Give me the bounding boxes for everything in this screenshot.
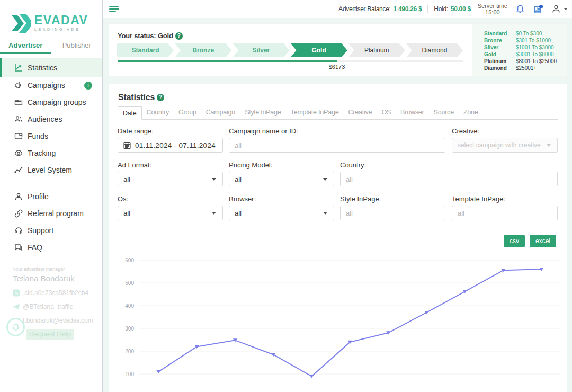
- telegram-handle: @BTetiana_traffic: [23, 303, 73, 310]
- date-range-label: Date range:: [118, 127, 154, 135]
- sidebar-item-label: Support: [28, 226, 53, 235]
- sidebar-item-campaigns[interactable]: Campaigns +: [0, 77, 102, 94]
- tracking-icon: [14, 149, 23, 157]
- sidebar-menu-secondary: Profile Referral program Support FAQ: [0, 188, 102, 256]
- campaign-label: Campaign name or ID:: [229, 127, 298, 135]
- bell-icon: [515, 4, 525, 14]
- date-range-input[interactable]: 01.11.2024 - 07.11.2024: [118, 138, 223, 153]
- sidebar-item-tracking[interactable]: Tracking: [0, 145, 102, 162]
- sidebar-item-funds[interactable]: Funds: [0, 128, 102, 145]
- status-help-icon[interactable]: ?: [175, 32, 183, 40]
- pricing-model-caret-icon: [323, 178, 327, 181]
- manager-email[interactable]: t.bondaruk@evadav.com: [13, 317, 97, 324]
- svg-text:200: 200: [125, 349, 134, 354]
- sidebar-item-profile[interactable]: Profile: [0, 188, 102, 205]
- status-progress-fill: [118, 60, 337, 62]
- style-inpage-input[interactable]: all: [340, 206, 445, 220]
- legend-range: $25001+: [516, 65, 537, 71]
- campaigns-icon: [14, 81, 23, 90]
- logo-subtext: LEADING ADS: [34, 28, 88, 31]
- country-input[interactable]: all: [340, 172, 558, 186]
- svg-text:400: 400: [125, 303, 134, 309]
- pricing-model-select[interactable]: all: [229, 172, 334, 186]
- level-system-icon: [14, 166, 23, 174]
- pricing-model-label: Pricing Model:: [229, 161, 272, 169]
- tab-group[interactable]: Group: [174, 106, 201, 119]
- request-help-button[interactable]: Request Help: [26, 329, 74, 340]
- topbar-divider: [427, 5, 428, 13]
- browser-select[interactable]: all: [229, 206, 334, 220]
- statistics-title: Statistics?: [118, 93, 164, 102]
- os-caret-icon: [212, 212, 216, 215]
- sidebar-item-support[interactable]: Support: [0, 222, 102, 239]
- status-legend: Standard$0 To $300 Bronze$301 To $1000 S…: [472, 24, 567, 76]
- os-select[interactable]: all: [118, 206, 223, 220]
- svg-text:600: 600: [125, 257, 134, 263]
- campaign-input[interactable]: all: [229, 138, 445, 153]
- manager-telegram[interactable]: @BTetiana_traffic: [13, 303, 97, 310]
- manager-name: Tetiana Bondaruk: [13, 274, 97, 283]
- ad-format-select[interactable]: all: [118, 172, 223, 186]
- sidebar-menu: Statistics Campaigns + Campaign groups A…: [0, 58, 102, 179]
- tab-template-inpage[interactable]: Template InPage: [286, 106, 344, 119]
- tab-publisher[interactable]: Publisher: [51, 40, 103, 54]
- balance-label: Advertiser Balance:: [338, 5, 390, 13]
- tab-country[interactable]: Country: [142, 106, 174, 119]
- sidebar-item-referral[interactable]: Referral program: [0, 205, 102, 222]
- referral-icon: [14, 209, 23, 218]
- sidebar-item-faq[interactable]: FAQ: [0, 239, 102, 256]
- creative-caret-icon: [547, 144, 551, 147]
- legend-name: Gold: [484, 51, 516, 57]
- sidebar-item-audiences[interactable]: Audiences: [0, 111, 102, 128]
- chat-widget-button[interactable]: [6, 318, 25, 336]
- step-gold: Gold: [291, 43, 347, 57]
- line-chart: 100200300400500600: [109, 251, 567, 392]
- tab-style-inpage[interactable]: Style InPage: [240, 106, 285, 119]
- status-progress-track: [118, 60, 463, 62]
- skype-id: .cid.a0e73ca581fb2cb4: [23, 289, 88, 297]
- account-menu[interactable]: [551, 4, 568, 14]
- status-card: Your status: Gold? Standard Bronze Silve…: [109, 24, 567, 76]
- tab-advertiser[interactable]: Advertiser: [0, 40, 51, 54]
- tab-os[interactable]: OS: [377, 106, 396, 119]
- svg-text:S: S: [15, 291, 18, 296]
- sidebar-item-statistics[interactable]: Statistics: [0, 58, 102, 77]
- manager-skype[interactable]: S .cid.a0e73ca581fb2cb4: [13, 289, 97, 297]
- news-icon: [533, 4, 543, 14]
- tab-date[interactable]: Date: [118, 106, 142, 120]
- evadav-logo-icon: [12, 14, 31, 33]
- topbar: Advertiser Balance: 1 490.26 $ Hold: 50.…: [103, 0, 572, 18]
- tab-campaign[interactable]: Campaign: [201, 106, 240, 119]
- legend-range: $8001 To $25000: [516, 58, 557, 64]
- evadav-logo[interactable]: EVADAV LEADING ADS: [12, 14, 88, 33]
- notifications-button[interactable]: [515, 4, 525, 14]
- tab-zone[interactable]: Zone: [459, 106, 483, 119]
- statistics-help-icon[interactable]: ?: [157, 94, 164, 101]
- sidebar-item-campaign-groups[interactable]: Campaign groups: [0, 94, 102, 111]
- status-value[interactable]: Gold: [158, 32, 173, 40]
- user-icon: [551, 4, 561, 14]
- sidebar-item-label: Campaigns: [28, 81, 65, 90]
- browser-label: Browser:: [229, 195, 256, 203]
- excel-button[interactable]: excel: [530, 235, 556, 247]
- creative-select[interactable]: select campaign with creative: [452, 138, 558, 153]
- sidebar-item-label: FAQ: [28, 243, 42, 252]
- funds-icon: [14, 132, 23, 140]
- template-inpage-input[interactable]: all: [452, 206, 558, 220]
- template-inpage-label: Template InPage:: [452, 195, 505, 203]
- balance-value: 1 490.26 $: [394, 5, 422, 13]
- sidebar-item-level-system[interactable]: Level System: [0, 162, 102, 179]
- advertiser-manager-block: Your advertiser manager Tetiana Bondaruk…: [13, 266, 97, 324]
- news-button[interactable]: [533, 4, 543, 14]
- menu-toggle-icon[interactable]: [109, 5, 120, 13]
- csv-button[interactable]: csv: [504, 235, 525, 247]
- sidebar: EVADAV LEADING ADS Advertiser Publisher …: [0, 0, 103, 392]
- sidebar-item-label: Campaign groups: [28, 98, 86, 106]
- add-campaign-button[interactable]: +: [84, 82, 92, 90]
- style-inpage-label: Style InPage:: [340, 195, 381, 203]
- tab-source[interactable]: Source: [429, 106, 459, 119]
- step-bronze: Bronze: [175, 43, 231, 57]
- logo-text: EVADAV: [34, 14, 88, 26]
- tab-browser[interactable]: Browser: [396, 106, 428, 119]
- tab-creative[interactable]: Creative: [343, 106, 377, 119]
